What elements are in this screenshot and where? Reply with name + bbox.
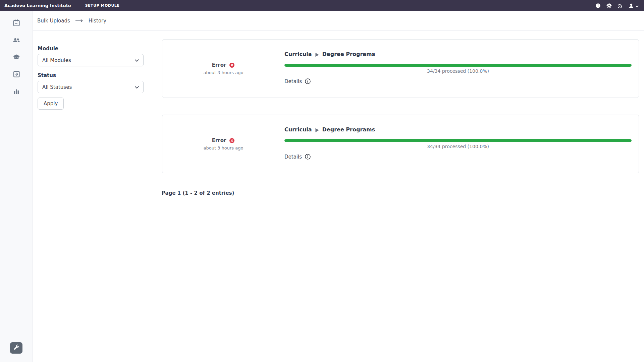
- details-link[interactable]: Details: [284, 154, 311, 160]
- progress-caption: 34/34 processed (100.0%): [284, 68, 632, 74]
- upload-detail-block: Curricula Degree Programs 34/34 processe…: [284, 40, 639, 98]
- people-icon[interactable]: [12, 36, 20, 44]
- left-sidebar: [0, 11, 33, 362]
- brand-title[interactable]: Acadevo Learning Institute: [4, 3, 71, 8]
- progress-bar: [284, 64, 632, 67]
- apply-button[interactable]: Apply: [38, 98, 64, 110]
- chevron-down-icon: [636, 2, 639, 9]
- user-menu[interactable]: [628, 2, 639, 9]
- triangle-right-icon: [315, 127, 319, 132]
- filter-panel: Module All Modules Status All Statuses A…: [38, 46, 144, 110]
- chevron-down-icon: [135, 57, 139, 63]
- upload-timestamp: about 3 hours ago: [204, 70, 244, 75]
- breadcrumb-bulk-uploads[interactable]: Bulk Uploads: [37, 18, 70, 24]
- upload-card: Error about 3 hours ago Curricula: [162, 39, 639, 98]
- upload-card: Error about 3 hours ago Curricula: [162, 115, 639, 173]
- upload-detail-block: Curricula Degree Programs 34/34 processe…: [284, 115, 639, 173]
- navbar-icons: [595, 2, 639, 9]
- breadcrumb-history: History: [89, 18, 106, 24]
- submodule-name: Degree Programs: [322, 51, 375, 57]
- status-label: Error: [212, 137, 226, 143]
- info-circle-icon[interactable]: [305, 78, 311, 84]
- status-label: Error: [212, 62, 226, 68]
- progress-bar-fill: [284, 139, 632, 142]
- module-select[interactable]: All Modules: [38, 54, 144, 66]
- main-area: Bulk Uploads History Module All Modules …: [33, 11, 644, 362]
- bar-chart-icon[interactable]: [12, 87, 20, 95]
- progress-caption: 34/34 processed (100.0%): [284, 144, 632, 149]
- setup-module-link[interactable]: SETUP MODULE: [85, 3, 120, 8]
- details-label: Details: [284, 154, 302, 160]
- upload-history-list: Error about 3 hours ago Curricula: [162, 39, 639, 190]
- breadcrumb: Bulk Uploads History: [33, 11, 644, 31]
- calendar-icon[interactable]: [12, 19, 20, 27]
- pagination-status: Page 1 (1 - 2 of 2 entries): [162, 190, 234, 196]
- details-label: Details: [284, 78, 302, 84]
- upload-status-block: Error about 3 hours ago: [162, 115, 284, 173]
- info-circle-icon[interactable]: [305, 154, 311, 160]
- graduation-cap-icon[interactable]: [12, 53, 20, 61]
- upload-status-block: Error about 3 hours ago: [162, 40, 284, 98]
- module-name: Curricula: [284, 126, 312, 133]
- wrench-button[interactable]: [10, 342, 22, 354]
- error-x-icon: [229, 138, 235, 143]
- rss-icon[interactable]: [617, 2, 624, 9]
- progress-bar: [284, 139, 632, 142]
- status-select-value: All Statuses: [42, 84, 72, 90]
- info-icon[interactable]: [595, 2, 601, 9]
- user-icon: [628, 2, 635, 9]
- long-arrow-right-icon: [75, 18, 84, 24]
- module-filter-label: Module: [38, 46, 144, 52]
- sign-in-icon[interactable]: [12, 70, 20, 78]
- progress-bar-fill: [284, 64, 632, 67]
- upload-timestamp: about 3 hours ago: [204, 145, 244, 150]
- top-navbar: Acadevo Learning Institute SETUP MODULE: [0, 0, 644, 11]
- error-x-icon: [229, 62, 235, 68]
- triangle-right-icon: [315, 52, 319, 56]
- module-select-value: All Modules: [42, 57, 71, 63]
- details-link[interactable]: Details: [284, 78, 311, 84]
- wrench-icon: [13, 344, 20, 352]
- status-select[interactable]: All Statuses: [38, 81, 144, 93]
- submodule-name: Degree Programs: [322, 126, 375, 133]
- module-name: Curricula: [284, 51, 312, 57]
- chevron-down-icon: [135, 84, 139, 90]
- status-filter-label: Status: [38, 72, 144, 78]
- gear-icon[interactable]: [606, 2, 612, 9]
